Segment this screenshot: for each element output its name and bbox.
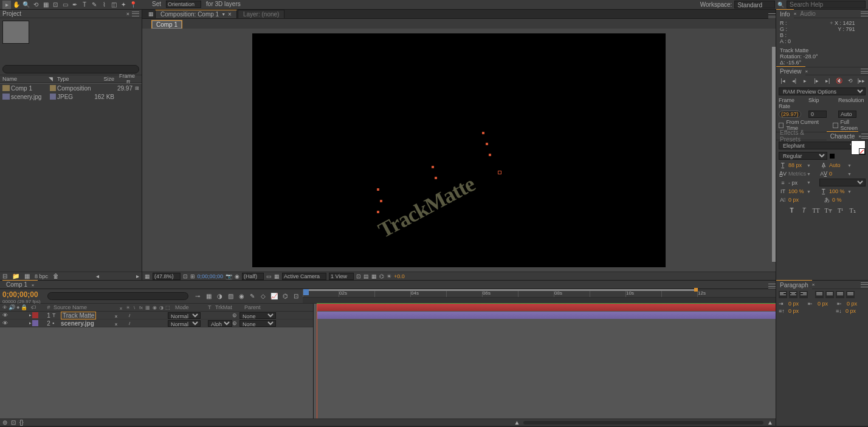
zoom-dropdown[interactable]: (47.8%) [153, 273, 181, 280]
space-before-input[interactable]: 0 px [788, 308, 807, 314]
mute-button[interactable]: 🔇 [835, 77, 843, 84]
panel-menu-icon[interactable] [861, 69, 868, 73]
zoom-in-icon[interactable]: ▲ [767, 419, 773, 426]
close-icon[interactable]: × [228, 11, 232, 18]
selection-tool[interactable]: ▸ [2, 1, 11, 9]
shy-switch[interactable]: ⁎ [113, 313, 119, 318]
layer-name[interactable]: Track Matte [61, 312, 96, 319]
info-tab[interactable]: Info [776, 9, 794, 19]
baseline-input[interactable]: 0 px [788, 197, 805, 203]
panel-close-icon[interactable]: × [126, 11, 129, 17]
from-current-checkbox[interactable] [779, 123, 784, 128]
skip-input[interactable]: 0 [808, 111, 827, 118]
bold-button[interactable]: T [788, 206, 796, 214]
work-area-end-handle[interactable] [694, 288, 698, 292]
playhead-line[interactable] [317, 304, 317, 418]
layer-duration-bar[interactable] [317, 304, 776, 311]
composition-breadcrumb[interactable]: Comp 1 [152, 21, 182, 29]
selection-handle[interactable] [377, 188, 379, 191]
vertical-scrollbar[interactable] [772, 47, 776, 262]
layer-name[interactable]: scenery.jpg [60, 320, 113, 327]
brush-tool[interactable]: ✎ [90, 1, 98, 9]
more-icon[interactable]: ⊡ [292, 292, 300, 301]
panel-menu-icon[interactable] [768, 284, 776, 289]
parent-pickwhip-icon[interactable]: ⊚ [232, 312, 239, 318]
blend-mode-select[interactable]: Normal [168, 312, 201, 319]
stroke-color-swatch[interactable] [859, 148, 865, 154]
font-style-select[interactable]: Regular [779, 152, 827, 160]
new-comp-icon[interactable]: ▦ [24, 273, 30, 279]
camera-dropdown[interactable]: Active Camera [282, 273, 326, 280]
composition-tab[interactable]: Composition: Comp 1 ▼ × [155, 10, 237, 18]
parent-select[interactable]: None [239, 320, 276, 327]
puppet-tool[interactable]: 📍 [129, 1, 137, 9]
timeline-search-input[interactable] [47, 292, 188, 300]
indent-right-input[interactable]: 0 px [847, 301, 865, 307]
orientation-dropdown[interactable]: Orientation [166, 1, 201, 8]
toggle-switches-icon[interactable]: ⊡ [11, 419, 16, 426]
indent-firstline-input[interactable]: 0 px [818, 301, 836, 307]
hscale-input[interactable]: 100 % [829, 188, 846, 194]
fill-color-swatch[interactable] [851, 140, 866, 155]
transparency-icon[interactable]: ▦ [274, 273, 280, 279]
zoom-out-icon[interactable]: ▲ [514, 419, 520, 426]
draft3d-icon[interactable]: ▦ [204, 292, 213, 301]
indent-left-input[interactable]: 0 px [788, 301, 807, 307]
full-screen-checkbox[interactable] [833, 123, 838, 128]
resolution-input[interactable]: Auto [838, 111, 856, 118]
frame-blend-icon[interactable]: ▨ [226, 292, 235, 301]
play-button[interactable]: ▸ [801, 77, 810, 84]
align-right-button[interactable] [799, 291, 808, 298]
parent-select[interactable]: None [239, 312, 276, 319]
alpha-icon[interactable]: ▦ [145, 273, 150, 279]
paragraph-tab[interactable]: Paragraph [776, 280, 812, 290]
selection-handle[interactable] [380, 200, 382, 202]
bpc-button[interactable]: 8 bpc [35, 273, 48, 279]
grid-icon[interactable]: ⊞ [190, 273, 195, 279]
first-frame-button[interactable]: |◂ [779, 77, 787, 84]
brainstorm-icon[interactable]: ✎ [248, 292, 257, 301]
workspace-select[interactable]: Standard [734, 1, 775, 9]
pen-tool[interactable]: ✒ [71, 1, 79, 9]
pixel-aspect-icon[interactable]: ⊡ [356, 273, 361, 279]
anchor-point[interactable] [498, 171, 501, 174]
motion-blur-icon[interactable]: ◉ [237, 292, 246, 301]
visibility-toggle[interactable]: 👁 [2, 320, 9, 326]
align-center-button[interactable] [789, 291, 797, 298]
toggle-switches-icon[interactable]: ⊚ [2, 419, 7, 426]
align-left-button[interactable] [779, 291, 787, 298]
justify-all-button[interactable] [846, 291, 855, 298]
pan-behind-tool[interactable]: ⊡ [51, 1, 60, 9]
rect-tool[interactable]: ▭ [61, 1, 69, 9]
panel-menu-icon[interactable] [861, 282, 868, 287]
graph-editor-icon[interactable]: 📈 [270, 292, 278, 301]
layer-duration-bar[interactable] [317, 312, 776, 319]
shy-switch[interactable]: ⁎ [113, 321, 119, 326]
timeline-timecode[interactable]: 0;00;00;00 [2, 290, 43, 299]
footage-icon[interactable]: ▦ [147, 10, 155, 18]
panel-menu-icon[interactable] [768, 13, 776, 18]
exposure-value[interactable]: +0.0 [394, 273, 405, 279]
project-column-headers[interactable]: Name ◥ Type Size Frame R... [0, 75, 142, 83]
search-help-input[interactable] [787, 1, 866, 9]
zoom-slider[interactable] [523, 421, 763, 425]
superscript-button[interactable]: T¹ [836, 206, 845, 214]
panel-menu-icon[interactable] [861, 134, 868, 138]
work-area-bar[interactable] [306, 289, 697, 291]
project-item-image[interactable]: scenery.jpg JPEG 162 KB [0, 92, 142, 101]
exposure-reset-icon[interactable]: ☀ [387, 273, 391, 279]
selection-handle[interactable] [482, 132, 484, 134]
framerate-input[interactable]: (29.97) [779, 111, 801, 118]
allcaps-button[interactable]: TT [812, 206, 821, 214]
loop-button[interactable]: ⟲ [846, 77, 855, 84]
resolution-dropdown[interactable]: (Half) [242, 273, 264, 280]
ram-preview-select[interactable]: RAM Preview Options [779, 87, 866, 95]
view-dropdown[interactable]: 1 View [329, 273, 354, 280]
roi-icon[interactable]: ▭ [266, 273, 272, 279]
composition-viewer[interactable]: TrackMatte [142, 29, 776, 272]
last-frame-button[interactable]: ▸| [824, 77, 832, 84]
subscript-button[interactable]: T₁ [849, 206, 857, 214]
kerning-input[interactable]: Metrics [788, 171, 805, 177]
toggle-switches-icon[interactable]: {} [19, 419, 24, 426]
next-frame-button[interactable]: |▸ [812, 77, 821, 84]
